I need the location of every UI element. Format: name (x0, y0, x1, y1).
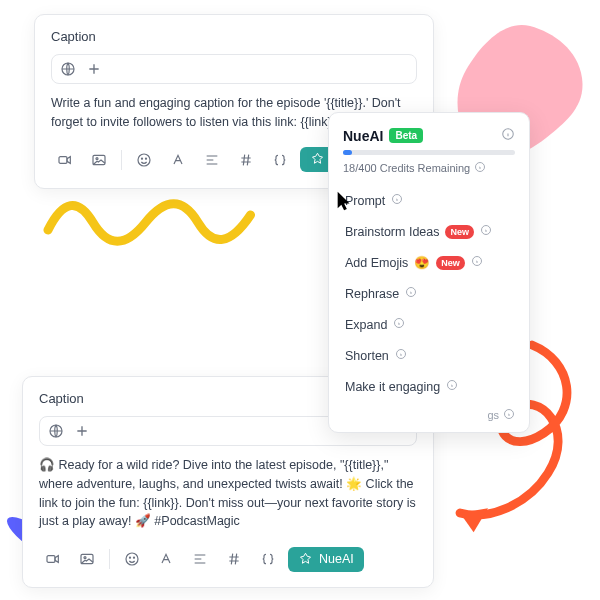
panel-footer-tail: gs (343, 402, 515, 422)
menu-item-prompt[interactable]: Prompt (343, 185, 515, 216)
svg-point-11 (145, 158, 146, 159)
globe-icon[interactable] (48, 423, 64, 439)
hashtag-icon[interactable] (220, 545, 248, 573)
hashtag-icon[interactable] (232, 146, 260, 174)
info-icon[interactable] (393, 317, 405, 332)
emoji-icon[interactable] (118, 545, 146, 573)
menu-item-label: Expand (345, 318, 387, 332)
svg-point-26 (126, 553, 138, 565)
info-icon[interactable] (446, 379, 458, 394)
nueai-button-label: NueAI (319, 552, 354, 566)
nueai-panel: NueAI Beta 18/400 Credits Remaining Prom… (328, 112, 530, 433)
svg-point-27 (129, 557, 130, 558)
new-badge: New (445, 225, 474, 239)
image-icon[interactable] (85, 146, 113, 174)
add-platform-button[interactable] (86, 61, 102, 77)
svg-point-25 (84, 557, 86, 559)
menu-item-add-emojis[interactable]: Add Emojis😍New (343, 247, 515, 278)
menu-item-shorten[interactable]: Shorten (343, 340, 515, 371)
menu-item-label: Rephrase (345, 287, 399, 301)
svg-point-10 (141, 158, 142, 159)
menu-item-expand[interactable]: Expand (343, 309, 515, 340)
cursor-pointer-icon (334, 190, 356, 216)
svg-rect-6 (59, 156, 67, 163)
font-icon[interactable] (152, 545, 180, 573)
menu-item-emoji: 😍 (414, 255, 430, 270)
video-icon[interactable] (51, 146, 79, 174)
globe-icon[interactable] (60, 61, 76, 77)
info-icon[interactable] (405, 286, 417, 301)
video-icon[interactable] (39, 545, 67, 573)
info-icon[interactable] (480, 224, 492, 239)
toolbar-divider (121, 150, 122, 170)
emoji-icon[interactable] (130, 146, 158, 174)
beta-badge: Beta (389, 128, 423, 143)
panel-header: NueAI Beta (343, 127, 515, 144)
svg-rect-23 (47, 556, 55, 563)
menu-item-make-it-engaging[interactable]: Make it engaging (343, 371, 515, 402)
svg-point-8 (96, 157, 98, 159)
editor-toolbar: NueAI (39, 545, 417, 573)
font-icon[interactable] (164, 146, 192, 174)
info-icon[interactable] (471, 255, 483, 270)
info-icon[interactable] (501, 127, 515, 144)
panel-menu: PromptBrainstorm IdeasNewAdd Emojis😍NewR… (343, 185, 515, 402)
panel-title: NueAI (343, 128, 383, 144)
info-icon[interactable] (391, 193, 403, 208)
variable-icon[interactable] (254, 545, 282, 573)
add-platform-button[interactable] (74, 423, 90, 439)
align-icon[interactable] (198, 146, 226, 174)
info-icon (503, 408, 515, 422)
menu-item-label: Shorten (345, 349, 389, 363)
menu-item-label: Make it engaging (345, 380, 440, 394)
credits-remaining: 18/400 Credits Remaining (343, 161, 515, 175)
variable-icon[interactable] (266, 146, 294, 174)
info-icon[interactable] (395, 348, 407, 363)
menu-item-label: Brainstorm Ideas (345, 225, 439, 239)
caption-text[interactable]: 🎧 Ready for a wild ride? Dive into the l… (39, 456, 417, 531)
new-badge: New (436, 256, 465, 270)
menu-item-label: Add Emojis (345, 256, 408, 270)
card-title: Caption (51, 29, 417, 44)
image-icon[interactable] (73, 545, 101, 573)
credits-text: 18/400 Credits Remaining (343, 162, 470, 174)
menu-item-brainstorm-ideas[interactable]: Brainstorm IdeasNew (343, 216, 515, 247)
menu-item-rephrase[interactable]: Rephrase (343, 278, 515, 309)
svg-point-9 (138, 154, 150, 166)
align-icon[interactable] (186, 545, 214, 573)
nueai-button[interactable]: NueAI (288, 547, 364, 572)
toolbar-divider (109, 549, 110, 569)
platform-row (51, 54, 417, 84)
info-icon[interactable] (474, 161, 486, 175)
credits-progress (343, 150, 515, 155)
svg-point-28 (133, 557, 134, 558)
